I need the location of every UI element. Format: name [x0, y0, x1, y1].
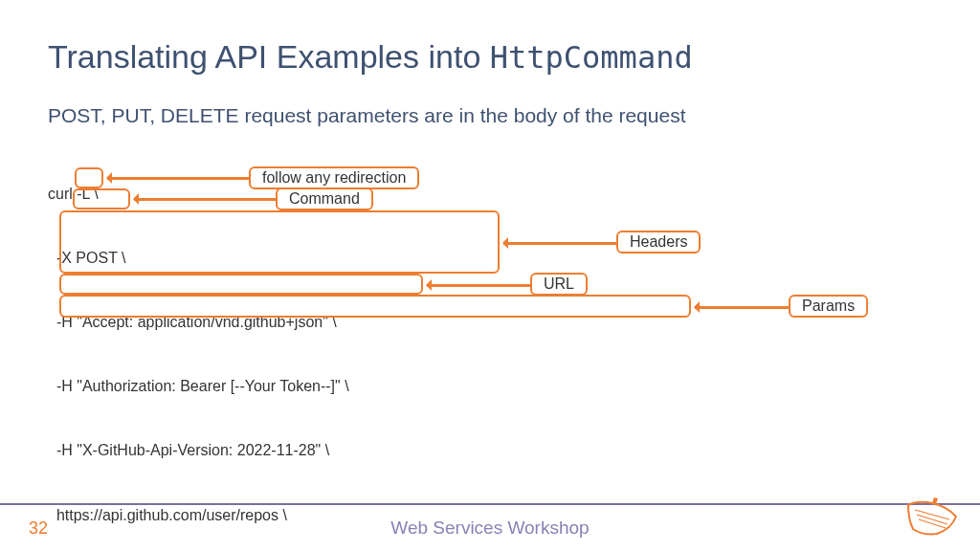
code-line-3: -H "Accept: application/vnd.github+json"… — [48, 312, 932, 333]
subheading: POST, PUT, DELETE request parameters are… — [48, 104, 932, 127]
code-line-6: https://api.github.com/user/repos \ — [48, 505, 932, 526]
title-mono: HttpCommand — [490, 39, 693, 76]
code-line-5: -H "X-GitHub-Api-Version: 2022-11-28" \ — [48, 440, 932, 461]
code-line-4: -H "Authorization: Bearer [--Your Token-… — [48, 376, 932, 397]
code-block: curl -L \ -X POST \ -H "Accept: applicat… — [48, 141, 932, 551]
code-line-2: -X POST \ — [48, 248, 932, 269]
title-prefix: Translating API Examples into — [48, 38, 490, 75]
code-line-1: curl -L \ — [48, 184, 932, 205]
page-title: Translating API Examples into HttpComman… — [48, 38, 932, 76]
